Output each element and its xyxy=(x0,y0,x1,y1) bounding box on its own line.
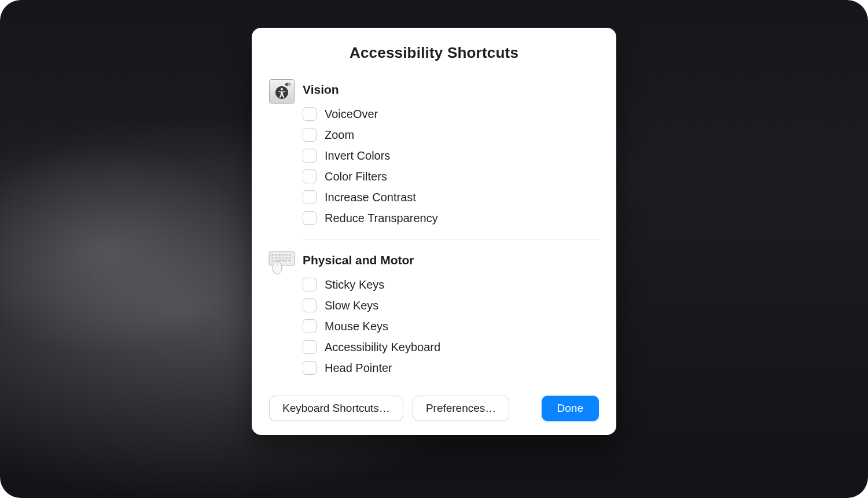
option-label: Sticky Keys xyxy=(325,278,384,292)
svg-rect-17 xyxy=(288,260,291,261)
checkbox-voiceover[interactable] xyxy=(303,107,317,121)
option-slow-keys[interactable]: Slow Keys xyxy=(303,295,599,316)
section-vision: Vision VoiceOver Zoom Invert Colors Colo… xyxy=(269,79,599,239)
checkbox-zoom[interactable] xyxy=(303,128,317,142)
checkbox-mouse-keys[interactable] xyxy=(303,319,317,333)
accessibility-icon xyxy=(269,79,295,104)
svg-rect-9 xyxy=(271,257,274,259)
desktop-background: Accessibility Shortcuts xyxy=(0,0,868,498)
checkbox-head-pointer[interactable] xyxy=(303,361,317,375)
option-label: Increase Contrast xyxy=(325,191,416,204)
option-accessibility-keyboard[interactable]: Accessibility Keyboard xyxy=(303,337,599,357)
option-label: Accessibility Keyboard xyxy=(325,341,440,354)
svg-rect-6 xyxy=(282,254,284,256)
option-label: Zoom xyxy=(325,128,354,142)
svg-rect-13 xyxy=(285,257,288,259)
dialog-title: Accessibility Shortcuts xyxy=(269,44,599,62)
keyboard-shortcuts-button[interactable]: Keyboard Shortcuts… xyxy=(269,396,403,421)
svg-point-1 xyxy=(281,88,283,90)
svg-rect-12 xyxy=(282,257,284,259)
option-head-pointer[interactable]: Head Pointer xyxy=(303,357,599,378)
section-divider xyxy=(303,239,599,239)
option-zoom[interactable]: Zoom xyxy=(303,124,599,145)
preferences-button[interactable]: Preferences… xyxy=(413,396,509,421)
checkbox-accessibility-keyboard[interactable] xyxy=(303,340,317,354)
svg-rect-14 xyxy=(289,257,291,259)
svg-rect-11 xyxy=(278,257,281,259)
dialog-footer: Keyboard Shortcuts… Preferences… Done xyxy=(269,396,599,421)
option-label: Invert Colors xyxy=(325,149,390,163)
option-increase-contrast[interactable]: Increase Contrast xyxy=(303,187,599,208)
section-title-physical-motor: Physical and Motor xyxy=(303,253,599,267)
option-label: Mouse Keys xyxy=(325,320,388,333)
option-invert-colors[interactable]: Invert Colors xyxy=(303,145,599,166)
checkbox-increase-contrast[interactable] xyxy=(303,190,317,204)
option-label: VoiceOver xyxy=(325,108,378,121)
checkbox-invert-colors[interactable] xyxy=(303,149,317,163)
option-label: Color Filters xyxy=(325,170,387,183)
svg-rect-15 xyxy=(271,260,274,261)
option-color-filters[interactable]: Color Filters xyxy=(303,166,599,187)
accessibility-shortcuts-dialog: Accessibility Shortcuts xyxy=(252,28,616,435)
option-label: Reduce Transparency xyxy=(325,212,438,225)
svg-rect-3 xyxy=(271,254,274,256)
svg-rect-5 xyxy=(278,254,281,256)
checkbox-sticky-keys[interactable] xyxy=(303,278,317,292)
svg-rect-4 xyxy=(275,254,277,256)
option-reduce-transparency[interactable]: Reduce Transparency xyxy=(303,208,599,228)
checkbox-reduce-transparency[interactable] xyxy=(303,211,317,225)
checkbox-slow-keys[interactable] xyxy=(303,298,317,312)
svg-rect-10 xyxy=(275,257,277,259)
svg-rect-7 xyxy=(285,254,288,256)
keyboard-mouse-icon xyxy=(269,250,295,274)
option-sticky-keys[interactable]: Sticky Keys xyxy=(303,274,599,295)
section-physical-motor: Physical and Motor Sticky Keys Slow Keys… xyxy=(269,250,599,378)
option-voiceover[interactable]: VoiceOver xyxy=(303,104,599,124)
section-title-vision: Vision xyxy=(303,83,599,97)
option-mouse-keys[interactable]: Mouse Keys xyxy=(303,316,599,337)
svg-rect-8 xyxy=(289,254,291,256)
option-label: Head Pointer xyxy=(325,361,392,375)
option-label: Slow Keys xyxy=(325,299,378,312)
checkbox-color-filters[interactable] xyxy=(303,169,317,183)
done-button[interactable]: Done xyxy=(542,396,599,421)
